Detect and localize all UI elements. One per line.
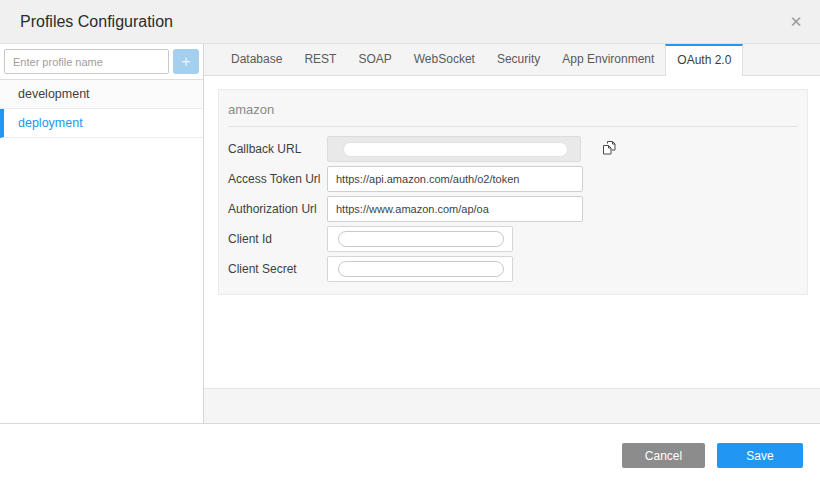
redacted-value — [338, 231, 504, 247]
cancel-button[interactable]: Cancel — [622, 443, 705, 468]
callback-url-row: Callback URL — [228, 136, 798, 162]
oauth-form: Callback URL — [228, 127, 798, 282]
tab-security[interactable]: Security — [486, 44, 551, 75]
dialog-title: Profiles Configuration — [20, 0, 173, 43]
client-id-field[interactable] — [327, 226, 513, 252]
tab-oauth-2-0[interactable]: OAuth 2.0 — [665, 44, 743, 76]
client-id-label: Client Id — [228, 232, 327, 246]
callback-url-label: Callback URL — [228, 142, 327, 156]
authorization-url-row: Authorization Url — [228, 196, 798, 222]
save-button[interactable]: Save — [717, 443, 803, 468]
provider-section-title: amazon — [228, 90, 798, 127]
profile-item-development[interactable]: development — [0, 80, 203, 109]
profile-list: development deployment — [0, 80, 203, 423]
tab-bar: Database REST SOAP WebSocket Security Ap… — [204, 44, 820, 76]
tab-app-environment[interactable]: App Environment — [551, 44, 665, 75]
dialog-footer: Cancel Save — [0, 424, 820, 484]
client-secret-label: Client Secret — [228, 262, 327, 276]
redacted-value — [343, 142, 568, 157]
client-id-row: Client Id — [228, 226, 798, 252]
profiles-configuration-dialog: Profiles Configuration ✕ + development d… — [0, 0, 820, 484]
client-secret-row: Client Secret — [228, 256, 798, 282]
profile-input-row: + — [0, 44, 203, 80]
authorization-url-label: Authorization Url — [228, 202, 327, 216]
profile-item-deployment[interactable]: deployment — [0, 109, 203, 138]
profiles-sidebar: + development deployment — [0, 44, 204, 423]
access-token-url-input[interactable] — [327, 166, 583, 192]
tab-content: amazon Callback URL — [204, 76, 820, 388]
dialog-body: + development deployment Database REST S… — [0, 44, 820, 424]
tab-panel-footer — [204, 388, 820, 423]
amazon-oauth-panel: amazon Callback URL — [218, 89, 808, 295]
tab-soap[interactable]: SOAP — [347, 44, 402, 75]
authorization-url-input[interactable] — [327, 196, 583, 222]
access-token-url-label: Access Token Url — [228, 172, 327, 186]
access-token-url-row: Access Token Url — [228, 166, 798, 192]
add-profile-button[interactable]: + — [173, 49, 199, 74]
redacted-value — [338, 261, 504, 277]
close-icon[interactable]: ✕ — [786, 12, 806, 32]
client-secret-field[interactable] — [327, 256, 513, 282]
callback-url-field — [327, 136, 581, 162]
dialog-header: Profiles Configuration ✕ — [0, 0, 820, 44]
tab-rest[interactable]: REST — [293, 44, 347, 75]
main-panel: Database REST SOAP WebSocket Security Ap… — [204, 44, 820, 423]
tab-websocket[interactable]: WebSocket — [403, 44, 486, 75]
tab-database[interactable]: Database — [220, 44, 293, 75]
profile-name-input[interactable] — [4, 49, 169, 74]
copy-icon[interactable] — [599, 139, 619, 159]
